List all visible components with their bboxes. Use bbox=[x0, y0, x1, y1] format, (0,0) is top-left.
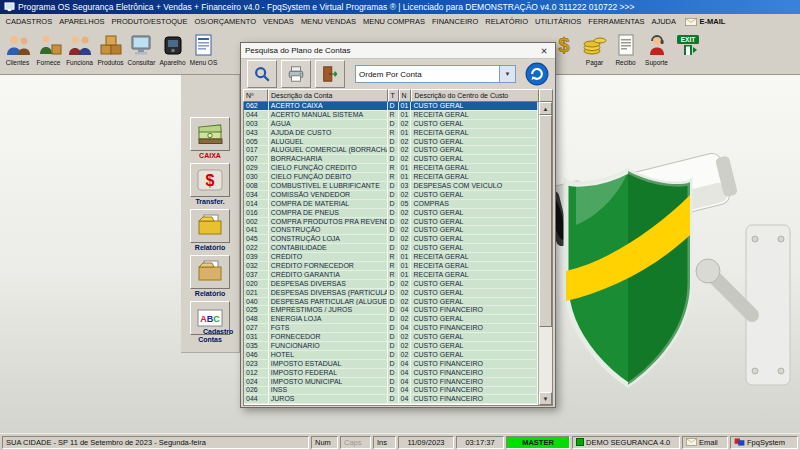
table-row[interactable]: 016COMPRA DE PNEUSD02CUSTO GERAL bbox=[244, 209, 538, 218]
toolbar-button-aparelho[interactable]: Aparelho bbox=[157, 30, 188, 66]
cell: 062 bbox=[244, 102, 269, 110]
menu-item-cadastros[interactable]: CADASTROS bbox=[2, 16, 56, 27]
table-row[interactable]: 022CONTABILIDADED02CUSTO GERAL bbox=[244, 244, 538, 253]
toolbar-button-funciona[interactable]: Funciona bbox=[64, 30, 95, 66]
table-row[interactable]: 007BORRACHARIAD02CUSTO GERAL bbox=[244, 155, 538, 164]
toolbar-button-clientes[interactable]: Clientes bbox=[2, 30, 33, 66]
table-row[interactable]: 002COMPRA PRODUTOS PRA REVENDAD02CUSTO G… bbox=[244, 218, 538, 227]
scrollbar-track[interactable] bbox=[539, 115, 552, 392]
table-row[interactable]: 005ALUGUELD02CUSTO GERAL bbox=[244, 138, 538, 147]
table-row[interactable]: 027FGTSD04CUSTO FINANCEIRO bbox=[244, 324, 538, 333]
table-row[interactable]: 034COMISSÃO VENDEDORD02CUSTO GERAL bbox=[244, 191, 538, 200]
search-button[interactable] bbox=[247, 60, 277, 88]
table-row[interactable]: 021DESPESAS DIVERSAS (PARTICULAR)D02CUST… bbox=[244, 289, 538, 298]
dialog-close-button[interactable]: ✕ bbox=[537, 46, 551, 56]
menu-item-os-or-amento[interactable]: OS/ORÇAMENTO bbox=[191, 16, 260, 27]
app-icon bbox=[4, 2, 15, 12]
refresh-button[interactable] bbox=[525, 62, 549, 86]
column-header-2[interactable]: T bbox=[388, 89, 399, 102]
cell: CUSTO GERAL bbox=[411, 315, 538, 323]
order-combobox[interactable]: Ordem Por Conta ▼ bbox=[355, 65, 516, 83]
table-row[interactable]: 026INSSD04CUSTO FINANCEIRO bbox=[244, 387, 538, 396]
table-row[interactable]: 035FUNCIONARIOD02CUSTO GERAL bbox=[244, 342, 538, 351]
table-row[interactable]: 039CRÉDITOR01RECEITA GERAL bbox=[244, 253, 538, 262]
table-row[interactable]: 008COMBUSTÍVEL E LUBRIFICANTED03DESPESAS… bbox=[244, 182, 538, 191]
table-row[interactable]: 023IMPOSTO ESTADUALD04CUSTO FINANCEIRO bbox=[244, 360, 538, 369]
menu-item-produto-estoque[interactable]: PRODUTO/ESTOQUE bbox=[108, 16, 191, 27]
table-row[interactable]: 020DESPESAS DIVERSASD02CUSTO GERAL bbox=[244, 280, 538, 289]
sidebar-button-transfer-[interactable]: $ bbox=[190, 163, 230, 197]
cell: D bbox=[388, 209, 399, 217]
cell: 01 bbox=[399, 253, 412, 261]
exit-dialog-button[interactable] bbox=[315, 60, 345, 88]
table-row[interactable]: 014COMPRA DE MATERIALD05COMPRAS bbox=[244, 200, 538, 209]
table-row[interactable]: 003ÁGUAD02CUSTO GERAL bbox=[244, 120, 538, 129]
table-row[interactable]: 040DESPESAS PARTICULAR (ALUGUEL CASA)D02… bbox=[244, 298, 538, 307]
menu-item-utilit-rios[interactable]: UTILITÁRIOS bbox=[532, 16, 585, 27]
status-email[interactable]: Email bbox=[682, 436, 728, 449]
scroll-down-button[interactable]: ▼ bbox=[539, 392, 552, 405]
table-row[interactable]: 031FORNECEDORD02CUSTO GERAL bbox=[244, 333, 538, 342]
sidebar-button-relat-rio[interactable] bbox=[190, 209, 230, 243]
column-header-1[interactable]: Descrição da Conta bbox=[268, 89, 388, 102]
menu-item-aparelhos[interactable]: APARELHOS bbox=[56, 16, 108, 27]
table-row[interactable]: 029CIELO FUNÇÃO CRÉDITOR01RECEITA GERAL bbox=[244, 164, 538, 173]
table-row[interactable]: 012IMPOSTO FEDERALD04CUSTO FINANCEIRO bbox=[244, 369, 538, 378]
cell: CUSTO GERAL bbox=[411, 333, 538, 341]
toolbar-button-exit-icon[interactable]: EXIT bbox=[672, 30, 703, 59]
table-row[interactable]: 017ALUGUEL COMERCIAL (BORRACHARIA)D02CUS… bbox=[244, 146, 538, 155]
toolbar-button-fornece[interactable]: Fornece bbox=[33, 30, 64, 66]
menu-item-vendas[interactable]: VENDAS bbox=[260, 16, 298, 27]
table-row[interactable]: 030CIELO FUNÇÃO DÉBITOR01RECEITA GERAL bbox=[244, 173, 538, 182]
table-row[interactable]: 048ENERGIA LOJAD02CUSTO GERAL bbox=[244, 315, 538, 324]
column-header-4[interactable]: Descrição do Centro de Custo bbox=[411, 89, 539, 102]
column-header-3[interactable]: N bbox=[399, 89, 412, 102]
toolbar-button-recibo[interactable]: Recibo bbox=[610, 30, 641, 66]
table-row[interactable]: 037CRÉDITO GARANTIAR01RECEITA GERAL bbox=[244, 271, 538, 280]
sidebar-item-transfer-: $Transfer. bbox=[190, 163, 230, 206]
sidebar-button-relat-rio[interactable] bbox=[190, 255, 230, 289]
dialog-titlebar[interactable]: Pesquisa do Plano de Contas ✕ bbox=[241, 43, 555, 59]
table-row[interactable]: 045CONSTRUÇÃO LOJAD02CUSTO GERAL bbox=[244, 235, 538, 244]
table-row[interactable]: 044JUROSD04CUSTO FINANCEIRO bbox=[244, 395, 538, 404]
vertical-scrollbar[interactable]: ▲ ▼ bbox=[538, 102, 552, 405]
toolbar-button-consultar[interactable]: Consultar bbox=[126, 30, 157, 66]
table-row[interactable]: 032CRÉDITO FORNECEDORR01RECEITA GERAL bbox=[244, 262, 538, 271]
table-row[interactable]: 041CONSTRUÇÃOD02CUSTO GERAL bbox=[244, 226, 538, 235]
email-menu-item[interactable]: E-MAIL bbox=[685, 17, 726, 26]
application-window: Programa OS Segurança Eletrônica + Venda… bbox=[0, 0, 800, 450]
report2-icon bbox=[195, 259, 225, 285]
toolbar-button-suporte[interactable]: Suporte bbox=[641, 30, 672, 66]
menu-item-ajuda[interactable]: AJUDA bbox=[648, 16, 680, 27]
table-row[interactable]: 043AJUDA DE CUSTOR01RECEITA GERAL bbox=[244, 129, 538, 138]
cell: INSS bbox=[269, 387, 388, 395]
sidebar-button-caixa[interactable] bbox=[190, 117, 230, 151]
cell: 02 bbox=[399, 191, 412, 199]
menu-item-menu-vendas[interactable]: MENU VENDAS bbox=[297, 16, 359, 27]
cell: IMPOSTO FEDERAL bbox=[269, 369, 388, 377]
table-row[interactable]: 024IMPOSTO MUNICIPALD04CUSTO FINANCEIRO bbox=[244, 378, 538, 387]
menu-item-financeiro[interactable]: FINANCEIRO bbox=[428, 16, 481, 27]
toolbar-button-menu-os[interactable]: Menu OS bbox=[188, 30, 219, 66]
table-row[interactable]: 062ACERTO CAIXAD01CUSTO GERAL bbox=[244, 102, 538, 111]
table-row[interactable]: 025EMPRÉSTIMOS / JUROSD04CUSTO FINANCEIR… bbox=[244, 306, 538, 315]
table-row[interactable]: 046HOTELD02CUSTO GERAL bbox=[244, 351, 538, 360]
cell: D bbox=[388, 155, 399, 163]
chevron-down-icon[interactable]: ▼ bbox=[499, 66, 515, 82]
toolbar-button-produtos[interactable]: Produtos bbox=[95, 30, 126, 66]
scroll-up-button[interactable]: ▲ bbox=[539, 102, 552, 115]
print-button[interactable] bbox=[281, 60, 311, 88]
cell: 03 bbox=[399, 182, 412, 190]
column-header-0[interactable]: Nº bbox=[243, 89, 268, 102]
cell: CUSTO GERAL bbox=[411, 102, 538, 110]
menu-item-menu-compras[interactable]: MENU COMPRAS bbox=[359, 16, 428, 27]
toolbar-button-pagar[interactable]: Pagar bbox=[579, 30, 610, 66]
menu-item-ferramentas[interactable]: FERRAMENTAS bbox=[585, 16, 648, 27]
cell: ACERTO MANUAL SISTEMA bbox=[269, 111, 388, 119]
menu-item-relat-rio[interactable]: RELATÓRIO bbox=[482, 16, 532, 27]
cell: 04 bbox=[399, 395, 412, 403]
toolbar-button-label: Fornece bbox=[37, 59, 61, 66]
scrollbar-thumb[interactable] bbox=[539, 115, 552, 327]
table-row[interactable]: 044ACERTO MANUAL SISTEMAR01RECEITA GERAL bbox=[244, 111, 538, 120]
search-icon bbox=[253, 65, 271, 83]
